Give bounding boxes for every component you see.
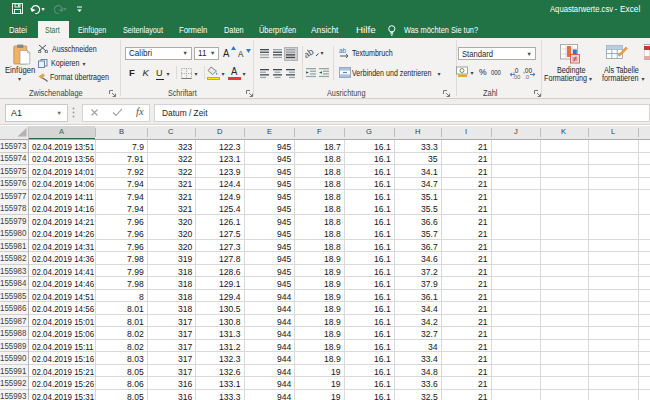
- svg-text:,00: ,00: [523, 67, 532, 74]
- svg-text:,00: ,00: [512, 74, 521, 79]
- svg-text:,0: ,0: [524, 74, 530, 79]
- svg-text:ab: ab: [305, 47, 315, 59]
- svg-text:,0: ,0: [513, 67, 519, 74]
- svg-text:ab: ab: [339, 47, 347, 54]
